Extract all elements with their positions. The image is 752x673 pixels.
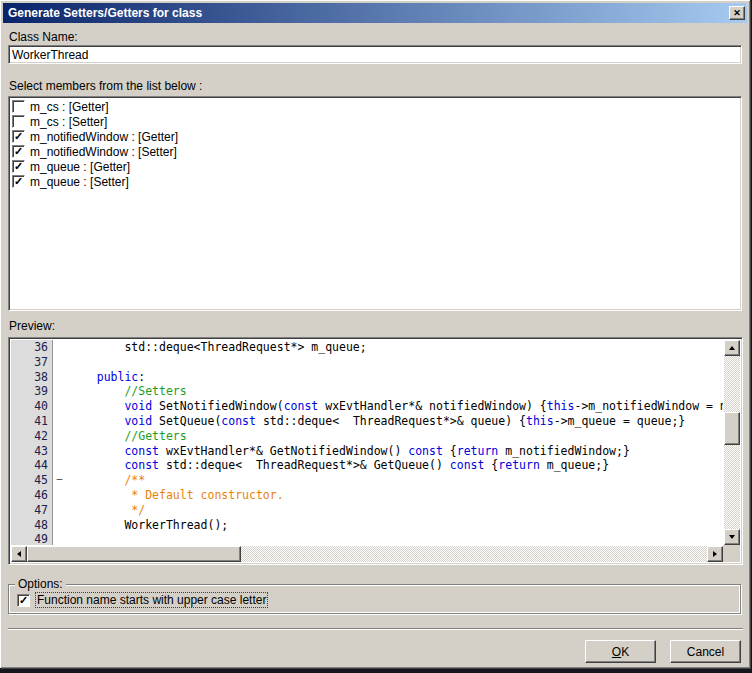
class-name-label: Class Name: bbox=[9, 30, 78, 44]
fold-margin-cell bbox=[53, 488, 66, 503]
line-number: 49 bbox=[11, 532, 53, 545]
code-text: */ bbox=[66, 503, 145, 518]
code-line: 37 bbox=[11, 355, 723, 370]
code-text: * Default constructor. bbox=[66, 488, 284, 503]
fold-margin-cell bbox=[53, 384, 66, 399]
member-label: m_queue : [Getter] bbox=[30, 160, 130, 174]
close-button[interactable]: ✕ bbox=[729, 6, 745, 20]
member-label: m_cs : [Setter] bbox=[30, 115, 107, 129]
code-text: const std::deque< ThreadRequest*>& GetQu… bbox=[66, 458, 609, 473]
member-item[interactable]: ✓m_queue : [Setter] bbox=[10, 174, 740, 189]
code-line: 49 bbox=[11, 532, 723, 545]
dialog-title: Generate Setters/Getters for class bbox=[3, 6, 729, 20]
code-line: 36 std::deque<ThreadRequest*> m_queue; bbox=[11, 340, 723, 355]
line-number: 39 bbox=[11, 384, 53, 399]
options-group: Options: ✓ Function name starts with upp… bbox=[8, 584, 741, 614]
code-text: std::deque<ThreadRequest*> m_queue; bbox=[66, 340, 367, 355]
members-label: Select members from the list below : bbox=[9, 79, 202, 93]
fold-margin-cell bbox=[53, 340, 66, 355]
member-checkbox[interactable]: ✓ bbox=[12, 160, 25, 173]
member-label: m_queue : [Setter] bbox=[30, 175, 129, 189]
member-checkbox[interactable] bbox=[12, 100, 25, 113]
code-text: //Getters bbox=[66, 429, 187, 444]
member-item[interactable]: ✓m_notifiedWindow : [Getter] bbox=[10, 129, 740, 144]
code-editor[interactable]: 36 std::deque<ThreadRequest*> m_queue;37… bbox=[11, 340, 723, 545]
member-item[interactable]: m_cs : [Setter] bbox=[10, 114, 740, 129]
code-line: 39 //Setters bbox=[11, 384, 723, 399]
code-line: 40 void SetNotifiedWindow(const wxEvtHan… bbox=[11, 399, 723, 414]
line-number: 46 bbox=[11, 488, 53, 503]
member-checkbox[interactable]: ✓ bbox=[12, 175, 25, 188]
scroll-down-button[interactable] bbox=[724, 529, 740, 545]
uppercase-option-row[interactable]: ✓ Function name starts with upper case l… bbox=[17, 593, 267, 607]
scroll-right-button[interactable] bbox=[707, 546, 723, 562]
member-label: m_notifiedWindow : [Getter] bbox=[30, 130, 178, 144]
code-text bbox=[66, 532, 69, 545]
fold-margin-cell bbox=[53, 458, 66, 473]
scroll-left-button[interactable] bbox=[11, 546, 27, 562]
fold-margin-cell bbox=[53, 518, 66, 533]
code-line: 43 const wxEvtHandler*& GetNotifiedWindo… bbox=[11, 444, 723, 459]
scroll-up-button[interactable] bbox=[724, 340, 740, 356]
code-text: //Setters bbox=[66, 384, 187, 399]
scroll-up-icon bbox=[729, 343, 735, 350]
fold-margin-cell bbox=[53, 503, 66, 518]
line-number: 47 bbox=[11, 503, 53, 518]
button-divider bbox=[8, 628, 743, 630]
scrollbar-corner bbox=[723, 545, 740, 562]
line-number: 41 bbox=[11, 414, 53, 429]
line-number: 44 bbox=[11, 458, 53, 473]
code-line: 38 public: bbox=[11, 370, 723, 385]
horizontal-scroll-track[interactable] bbox=[27, 546, 707, 562]
line-number: 48 bbox=[11, 518, 53, 533]
ok-button[interactable]: OK bbox=[585, 640, 656, 663]
line-number: 43 bbox=[11, 444, 53, 459]
code-line: 42 //Getters bbox=[11, 429, 723, 444]
fold-margin-cell bbox=[53, 414, 66, 429]
code-text: const wxEvtHandler*& GetNotifiedWindow()… bbox=[66, 444, 630, 459]
code-text: void SetNotifiedWindow(const wxEvtHandle… bbox=[66, 399, 723, 414]
member-item[interactable]: ✓m_queue : [Getter] bbox=[10, 159, 740, 174]
line-number: 37 bbox=[11, 355, 53, 370]
vertical-scroll-track[interactable] bbox=[724, 356, 740, 529]
fold-marker-icon[interactable]: − bbox=[53, 473, 66, 488]
fold-margin-cell bbox=[53, 532, 66, 545]
fold-margin-cell bbox=[53, 429, 66, 444]
member-checkbox[interactable]: ✓ bbox=[12, 145, 25, 158]
close-icon: ✕ bbox=[733, 9, 741, 18]
uppercase-option-checkbox[interactable]: ✓ bbox=[17, 594, 30, 607]
member-checkbox[interactable]: ✓ bbox=[12, 130, 25, 143]
code-line: 41 void SetQueue(const std::deque< Threa… bbox=[11, 414, 723, 429]
fold-margin-cell bbox=[53, 399, 66, 414]
scroll-right-icon bbox=[713, 551, 720, 557]
vertical-scrollbar[interactable] bbox=[724, 340, 740, 545]
member-label: m_cs : [Getter] bbox=[30, 100, 109, 114]
scroll-left-icon bbox=[14, 551, 21, 557]
horizontal-scroll-thumb[interactable] bbox=[27, 546, 241, 562]
dialog-window: Generate Setters/Getters for class ✕ Cla… bbox=[0, 0, 750, 668]
code-text: public: bbox=[66, 370, 145, 385]
line-number: 36 bbox=[11, 340, 53, 355]
titlebar[interactable]: Generate Setters/Getters for class ✕ bbox=[3, 3, 747, 23]
code-line: 48 WorkerThread(); bbox=[11, 518, 723, 533]
line-number: 45 bbox=[11, 473, 53, 488]
vertical-scroll-thumb[interactable] bbox=[724, 412, 740, 445]
member-item[interactable]: m_cs : [Getter] bbox=[10, 99, 740, 114]
cancel-button[interactable]: Cancel bbox=[670, 640, 741, 663]
line-number: 42 bbox=[11, 429, 53, 444]
member-item[interactable]: ✓m_notifiedWindow : [Setter] bbox=[10, 144, 740, 159]
fold-margin-cell bbox=[53, 355, 66, 370]
code-line: 45− /** bbox=[11, 473, 723, 488]
uppercase-option-label[interactable]: Function name starts with upper case let… bbox=[36, 593, 267, 607]
line-number: 38 bbox=[11, 370, 53, 385]
preview-label: Preview: bbox=[9, 319, 55, 333]
code-text bbox=[66, 355, 69, 370]
member-label: m_notifiedWindow : [Setter] bbox=[30, 145, 177, 159]
members-list[interactable]: m_cs : [Getter]m_cs : [Setter]✓m_notifie… bbox=[8, 96, 742, 311]
code-line: 47 */ bbox=[11, 503, 723, 518]
member-checkbox[interactable] bbox=[12, 115, 25, 128]
class-name-input[interactable] bbox=[8, 45, 742, 64]
scroll-down-icon bbox=[729, 535, 735, 542]
horizontal-scrollbar[interactable] bbox=[11, 546, 723, 562]
line-number: 40 bbox=[11, 399, 53, 414]
